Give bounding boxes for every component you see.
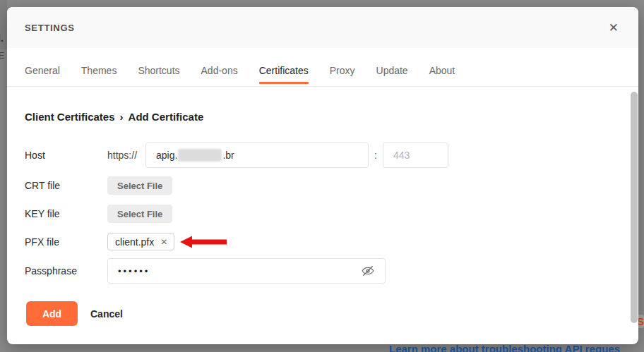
- close-icon[interactable]: ✕: [607, 20, 620, 35]
- key-file-label: KEY file: [25, 208, 107, 219]
- screen: l. E Learn more about troubleshooting AP…: [0, 0, 644, 352]
- eye-off-icon[interactable]: [361, 264, 375, 278]
- tab-add-ons[interactable]: Add-ons: [201, 55, 238, 86]
- pfx-file-label: PFX file: [25, 236, 107, 248]
- host-row: Host https:// apig. .br :: [25, 142, 448, 168]
- breadcrumb-page: Add Certificate: [129, 111, 204, 123]
- port-separator: :: [374, 150, 377, 161]
- passphrase-label: Passphrase: [25, 265, 107, 277]
- passphrase-input[interactable]: ••••••: [107, 258, 386, 284]
- pfx-file-row: PFX file client.pfx ✕: [25, 233, 227, 250]
- background-text-fragment: E: [0, 51, 4, 61]
- redacted-host-segment: [178, 149, 222, 162]
- settings-modal: SETTINGS ✕ General Themes Shortcuts Add-…: [7, 7, 638, 344]
- tab-shortcuts[interactable]: Shortcuts: [138, 55, 179, 86]
- cancel-button[interactable]: Cancel: [90, 308, 123, 320]
- port-input[interactable]: [383, 142, 448, 168]
- pfx-file-chip: client.pfx ✕: [107, 233, 174, 250]
- host-value-suffix: .br: [222, 150, 234, 161]
- tab-proxy[interactable]: Proxy: [330, 55, 355, 86]
- tab-bar: General Themes Shortcuts Add-ons Certifi…: [7, 48, 638, 87]
- tab-themes[interactable]: Themes: [81, 55, 117, 86]
- host-protocol: https://: [107, 150, 137, 161]
- breadcrumb-separator-icon: ›: [120, 111, 124, 123]
- passphrase-masked-value: ••••••: [118, 266, 150, 277]
- background-text-fragment: l.: [0, 32, 4, 44]
- host-label: Host: [25, 150, 107, 161]
- add-button[interactable]: Add: [26, 301, 78, 326]
- tab-about[interactable]: About: [429, 55, 455, 86]
- key-select-file-button[interactable]: Select File: [107, 205, 172, 223]
- tab-general[interactable]: General: [25, 55, 60, 86]
- key-file-row: KEY file Select File: [25, 205, 172, 223]
- modal-title: SETTINGS: [25, 23, 75, 33]
- modal-header: SETTINGS ✕: [7, 7, 638, 48]
- tab-update[interactable]: Update: [376, 55, 408, 86]
- tab-certificates[interactable]: Certificates: [259, 55, 309, 86]
- modal-scrollbar[interactable]: [631, 92, 638, 323]
- host-value-prefix: apig.: [156, 150, 177, 161]
- breadcrumb-section: Client Certificates: [25, 111, 115, 123]
- crt-file-row: CRT file Select File: [25, 176, 172, 195]
- passphrase-row: Passphrase ••••••: [25, 258, 386, 284]
- remove-file-icon[interactable]: ✕: [160, 238, 167, 246]
- crt-select-file-button[interactable]: Select File: [107, 176, 172, 195]
- crt-file-label: CRT file: [25, 180, 107, 191]
- host-input[interactable]: apig. .br: [145, 142, 369, 168]
- pfx-file-name: client.pfx: [115, 236, 154, 248]
- breadcrumb: Client Certificates›Add Certificate: [25, 111, 203, 123]
- annotation-arrow-icon: [180, 236, 227, 248]
- actions-row: Add Cancel: [26, 301, 123, 326]
